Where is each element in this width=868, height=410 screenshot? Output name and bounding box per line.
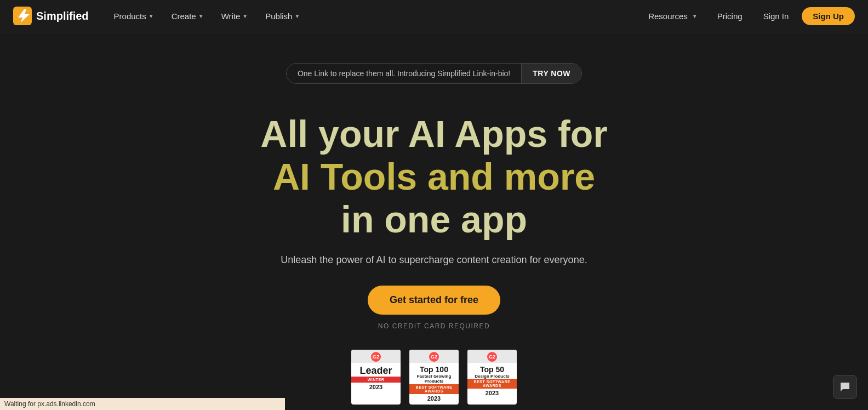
nav-create[interactable]: Create ▼: [164, 8, 212, 24]
hero-title-line2: AI Tools and more: [260, 155, 607, 198]
main-content: One Link to replace them all. Introducin…: [0, 32, 868, 405]
nav-right-menu: Resources ▼ Pricing Sign In Sign Up: [641, 7, 855, 25]
announcement-text: One Link to replace them all. Introducin…: [287, 64, 521, 83]
write-chevron-icon: ▼: [242, 13, 248, 19]
badge-top100: G2 Top 100 Fastest Growing Products BEST…: [409, 350, 459, 405]
hero-subtitle: Unleash the power of AI to supercharge c…: [260, 254, 607, 266]
status-bar: Waiting for px.ads.linkedin.com: [0, 398, 285, 410]
g2-icon-3: G2: [487, 352, 497, 362]
badge-leader: G2 Leader WINTER 2023: [351, 350, 401, 405]
badge-leader-top: G2: [351, 350, 401, 363]
nav-pricing[interactable]: Pricing: [710, 8, 750, 24]
nav-products[interactable]: Products ▼: [106, 8, 162, 24]
create-chevron-icon: ▼: [198, 13, 204, 19]
g2-icon: G2: [371, 352, 381, 362]
brand-name: Simplified: [36, 10, 89, 22]
hero-section: All your AI Apps for AI Tools and more i…: [260, 112, 607, 405]
announcement-banner: One Link to replace them all. Introducin…: [286, 63, 582, 84]
badge-top100-title: Top 100: [420, 365, 448, 374]
badge-top100-ribbon: BEST SOFTWARE AWARDS: [409, 384, 459, 394]
chat-icon: [840, 381, 850, 392]
nav-signup-button[interactable]: Sign Up: [802, 7, 855, 25]
resources-chevron-icon: ▼: [692, 13, 698, 19]
badge-top50-ribbon: BEST SOFTWARE AWARDS: [467, 379, 517, 389]
badge-top50-year: 2023: [486, 390, 499, 396]
logo-link[interactable]: Simplified: [13, 7, 89, 25]
badge-top50-sub: Design Products: [472, 374, 512, 379]
nav-signin[interactable]: Sign In: [755, 8, 798, 24]
publish-chevron-icon: ▼: [294, 13, 300, 19]
badge-top50: G2 Top 50 Design Products BEST SOFTWARE …: [467, 350, 517, 405]
hero-title-line1: All your AI Apps for: [260, 112, 607, 155]
badge-top50-title: Top 50: [480, 365, 504, 374]
badge-leader-year: 2023: [369, 384, 382, 390]
badge-leader-ribbon: WINTER: [351, 377, 401, 383]
nav-publish[interactable]: Publish ▼: [258, 8, 307, 24]
hero-title-line3: in one app: [260, 198, 607, 241]
navbar: Simplified Products ▼ Create ▼ Write ▼ P…: [0, 0, 868, 32]
awards-badges: G2 Leader WINTER 2023 G2 Top 100 Fastest…: [260, 350, 607, 405]
hero-cta-button[interactable]: Get started for free: [368, 286, 500, 315]
badge-top50-top: G2: [467, 350, 517, 363]
badge-top100-sub: Fastest Growing Products: [409, 374, 459, 384]
g2-icon-2: G2: [429, 352, 439, 362]
nav-resources[interactable]: Resources ▼: [641, 8, 705, 24]
hero-no-card-text: NO CREDIT CARD REQUIRED: [260, 322, 607, 330]
chat-button[interactable]: [833, 375, 857, 399]
announcement-cta[interactable]: TRY NOW: [521, 64, 581, 83]
nav-left-menu: Products ▼ Create ▼ Write ▼ Publish ▼: [106, 8, 641, 24]
logo-icon: [13, 7, 32, 25]
badge-top100-top: G2: [409, 350, 459, 363]
badge-leader-title: Leader: [359, 365, 392, 377]
nav-write[interactable]: Write ▼: [214, 8, 256, 24]
badge-top100-year: 2023: [427, 395, 441, 402]
hero-title: All your AI Apps for AI Tools and more i…: [260, 112, 607, 241]
products-chevron-icon: ▼: [149, 13, 154, 19]
